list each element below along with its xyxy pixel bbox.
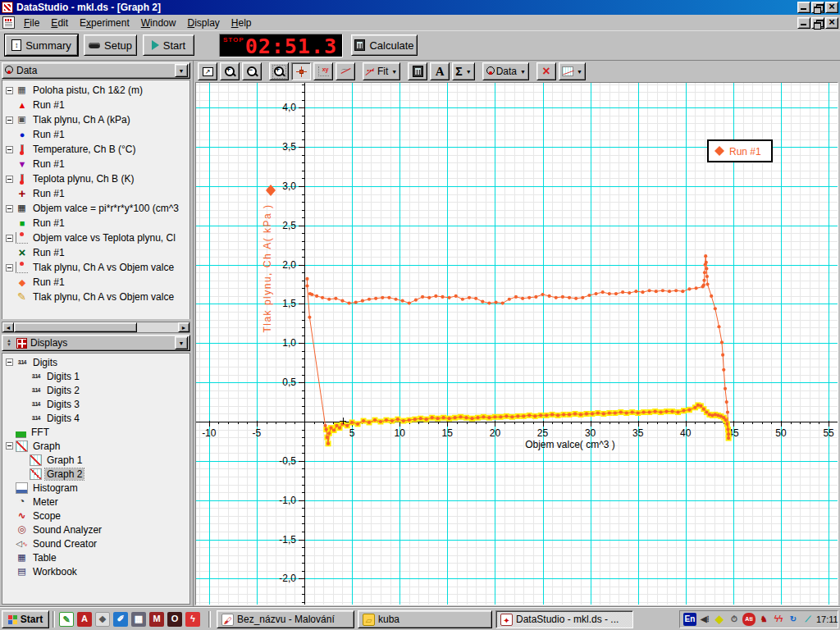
data-tree-hscrollbar[interactable]: ◄ ► xyxy=(2,322,190,333)
chart-svg[interactable]: -10-55101520253035404550554,03,53,02,52,… xyxy=(196,83,838,605)
display-child[interactable]: 3.14 Digits 2 xyxy=(2,383,189,397)
run-item[interactable]: ▲ Run #1 xyxy=(2,98,189,112)
tray-ati-icon[interactable]: Ati xyxy=(742,613,756,626)
document-icon[interactable] xyxy=(2,16,15,29)
run-label[interactable]: Run #1 xyxy=(31,188,66,199)
scale-to-fit-button[interactable]: ↗ xyxy=(198,62,217,80)
display-label[interactable]: Meter xyxy=(31,496,60,508)
display-child[interactable]: 3.14 Digits 4 xyxy=(2,411,189,425)
displays-dropdown-button[interactable]: ▼ xyxy=(175,336,188,349)
menu-experiment[interactable]: Experiment xyxy=(74,16,135,30)
data-dropdown-button[interactable]: ▼ xyxy=(175,64,188,77)
run-item[interactable]: ■ Run #1 xyxy=(2,216,189,231)
collapse-icon[interactable] xyxy=(6,205,13,212)
data-item[interactable]: Tlak plynu, Ch A vs Objem valce xyxy=(2,290,189,304)
collapse-icon[interactable] xyxy=(6,116,13,124)
quicklaunch-icon-3[interactable]: ❖ xyxy=(95,612,110,627)
quicklaunch-icon-6[interactable]: M xyxy=(149,612,164,627)
display-item[interactable]: 3.14 Digits xyxy=(2,355,189,369)
display-label[interactable]: Sound Creator xyxy=(31,538,98,550)
data-item-label[interactable]: Temperature, Ch B (°C) xyxy=(31,144,138,155)
data-panel-header[interactable]: Data ▼ xyxy=(2,62,190,79)
slope-xy-tool-button[interactable] xyxy=(313,62,333,80)
data-item-label[interactable]: Teplota plynu, Ch B (K) xyxy=(31,173,135,185)
quicklaunch-icon-8[interactable]: ϟ xyxy=(185,612,200,627)
display-label[interactable]: Digits 3 xyxy=(45,399,81,410)
mdi-close-button[interactable] xyxy=(825,17,838,29)
display-item[interactable]: Graph xyxy=(2,439,189,453)
display-label[interactable]: Digits 1 xyxy=(45,371,81,382)
tangent-tool-button[interactable] xyxy=(336,62,355,80)
zoom-out-button[interactable]: − xyxy=(242,62,262,80)
fit-menu-button[interactable]: Fit ▼ xyxy=(363,62,400,80)
plot-area[interactable]: -10-55101520253035404550554,03,53,02,52,… xyxy=(195,82,838,605)
display-child-selected[interactable]: Graph 2 xyxy=(2,467,189,481)
run-label[interactable]: Run #1 xyxy=(31,158,66,170)
smart-tool-button[interactable] xyxy=(291,62,311,80)
run-item[interactable]: ◆ Run #1 xyxy=(2,275,189,290)
display-child[interactable]: Graph 1 xyxy=(2,453,189,467)
data-item[interactable]: Tlak plynu, Ch A (kPa) xyxy=(2,112,189,127)
zoom-in-button[interactable]: + xyxy=(220,62,240,80)
display-label[interactable]: Graph xyxy=(31,441,62,452)
data-item-label[interactable]: Tlak plynu, Ch A vs Objem valce xyxy=(31,291,176,303)
summary-button[interactable]: ↕ Summary xyxy=(5,34,78,56)
display-item[interactable]: Scope xyxy=(2,509,189,523)
display-label[interactable]: Graph 1 xyxy=(45,454,84,466)
data-menu-button[interactable]: Data ▼ xyxy=(482,62,529,80)
task-folder-kuba[interactable]: ▱ kuba xyxy=(358,610,492,628)
restore-button[interactable] xyxy=(811,2,824,13)
tray-icon-3[interactable]: ◆ xyxy=(713,613,726,626)
tray-icon-9[interactable]: ⟋ xyxy=(801,613,815,626)
menu-edit[interactable]: Edit xyxy=(45,16,74,30)
scroll-left-icon[interactable]: ◄ xyxy=(2,322,14,332)
data-item[interactable]: Objem valce vs Teplota plynu, Cl xyxy=(2,231,189,245)
quicklaunch-icon-5[interactable]: ▦ xyxy=(131,612,146,627)
display-item[interactable]: Sound Analyzer xyxy=(2,523,189,536)
display-label[interactable]: Workbook xyxy=(31,566,79,578)
menu-file[interactable]: File xyxy=(18,16,45,30)
display-label[interactable]: Digits 2 xyxy=(45,385,81,396)
zoom-select-button[interactable]: + xyxy=(269,62,289,80)
quicklaunch-icon-4[interactable]: ✐ xyxy=(113,612,128,627)
volume-icon[interactable]: ◀⦙ xyxy=(698,613,711,626)
tray-icon-6[interactable]: ♞ xyxy=(757,613,770,626)
display-item[interactable]: Table xyxy=(2,550,189,564)
collapse-icon[interactable] xyxy=(6,146,13,153)
display-child[interactable]: 3.14 Digits 1 xyxy=(2,369,189,383)
collapse-icon[interactable] xyxy=(6,442,13,450)
mdi-minimize-button[interactable] xyxy=(797,17,810,29)
data-item[interactable]: Poloha pistu, Ch 1&2 (m) xyxy=(2,83,189,98)
quicklaunch-icon-7[interactable]: O xyxy=(167,612,182,627)
displays-panel-header[interactable]: ▲▼ Displays ▼ xyxy=(2,335,190,351)
run-item[interactable]: + Run #1 xyxy=(2,186,189,201)
splitter-icon[interactable]: ▲▼ xyxy=(4,339,14,347)
display-item[interactable]: Meter xyxy=(2,495,189,509)
quicklaunch-icon-1[interactable]: ✎ xyxy=(59,612,74,627)
data-item-label[interactable]: Objem valce vs Teplota plynu, Cl xyxy=(31,232,177,244)
data-item-label[interactable]: Poloha pistu, Ch 1&2 (m) xyxy=(31,84,144,96)
task-datastudio[interactable]: ✦ DataStudio - mkl.ds - ... xyxy=(495,610,633,628)
display-label[interactable]: Sound Analyzer xyxy=(31,524,103,536)
run-item[interactable]: × Run #1 xyxy=(2,245,189,260)
tray-scheduler-icon[interactable]: ⏱ xyxy=(728,613,741,626)
data-item-label[interactable]: Tlak plynu, Ch A (kPa) xyxy=(31,114,132,126)
tray-lightning-icon[interactable]: ϟϟ xyxy=(772,613,785,626)
display-label[interactable]: Digits 4 xyxy=(45,413,81,424)
data-item[interactable]: Tlak plynu, Ch A vs Objem valce xyxy=(2,260,189,275)
menu-window[interactable]: Window xyxy=(135,16,182,30)
display-item[interactable]: FFT xyxy=(2,425,189,439)
menu-display[interactable]: Display xyxy=(181,16,225,30)
calculate-tool-button[interactable] xyxy=(408,62,427,80)
display-label[interactable]: FFT xyxy=(30,427,51,438)
scroll-right-icon[interactable]: ► xyxy=(178,322,189,332)
display-label[interactable]: Digits xyxy=(31,357,59,368)
display-item[interactable]: Sound Creator xyxy=(2,536,189,550)
display-label[interactable]: Graph 2 xyxy=(45,468,84,480)
run-label[interactable]: Run #1 xyxy=(31,129,66,140)
scrollbar-thumb[interactable] xyxy=(14,322,137,332)
data-item[interactable]: Temperature, Ch B (°C) xyxy=(2,142,189,157)
remove-button[interactable]: × xyxy=(536,62,556,80)
text-tool-button[interactable]: A xyxy=(430,62,450,80)
display-item[interactable]: Workbook xyxy=(2,564,189,578)
